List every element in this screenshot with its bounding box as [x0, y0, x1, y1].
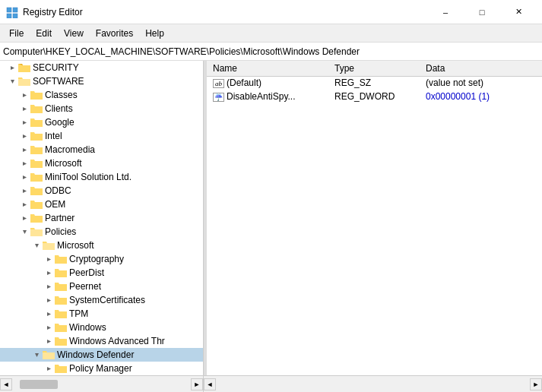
tree-item-peerdist[interactable]: PeerDist	[0, 266, 203, 280]
tree-item-cryptography[interactable]: Cryptography	[0, 252, 203, 266]
left-scroll-thumb[interactable]	[20, 380, 58, 389]
svg-marker-7	[23, 107, 27, 111]
svg-marker-13	[23, 189, 27, 193]
menu-help[interactable]: Help	[139, 27, 170, 40]
window-title: Registry Editor	[23, 7, 83, 17]
menu-favorites[interactable]: Favorites	[90, 27, 139, 40]
expander-policies[interactable]	[18, 226, 30, 238]
folder-icon-classes	[30, 90, 43, 100]
expander-winadv[interactable]	[43, 335, 55, 347]
table-row[interactable]: ab(Default) REG_SZ (value not set)	[207, 76, 542, 90]
svg-rect-3	[13, 14, 17, 18]
tree-item-policies[interactable]: Policies	[0, 225, 203, 239]
folder-icon-software	[18, 76, 30, 87]
tree-item-clients[interactable]: Clients	[0, 102, 203, 115]
tree-item-macromedia[interactable]: Macromedia	[0, 143, 203, 156]
tree-item-microsoft-sw[interactable]: Microsoft	[0, 156, 203, 170]
right-hscroll[interactable]: ◄ ►	[204, 376, 542, 392]
tree-label-peernet: Peernet	[69, 281, 101, 292]
right-scroll-track[interactable]	[216, 378, 530, 390]
minimize-button[interactable]: –	[428, 5, 463, 20]
expander-clients[interactable]	[18, 103, 30, 115]
tree-item-software[interactable]: SOFTWARE	[0, 74, 203, 88]
expander-classes[interactable]	[18, 89, 30, 101]
tree-label-classes: Classes	[45, 90, 78, 100]
expander-security[interactable]	[6, 62, 18, 74]
row1-data: (value not set)	[420, 76, 542, 90]
tree-item-windefender[interactable]: Windows Defender	[0, 348, 203, 362]
menu-edit[interactable]: Edit	[30, 27, 58, 40]
tree-item-odbc[interactable]: ODBC	[0, 184, 203, 198]
expander-microsoft-sw[interactable]	[18, 157, 30, 169]
expander-windows[interactable]	[43, 321, 55, 334]
tree-label-clients: Clients	[45, 103, 73, 114]
tree-item-classes[interactable]: Classes	[0, 88, 203, 102]
folder-icon-windows	[55, 322, 67, 333]
tree-item-google[interactable]: Google	[0, 115, 203, 129]
scroll-left-arrow[interactable]: ◄	[0, 378, 12, 390]
tree-item-security[interactable]: SECURITY	[0, 61, 203, 74]
col-type[interactable]: Type	[328, 61, 420, 76]
folder-icon-peerdist	[55, 267, 67, 278]
tree-item-partner[interactable]: Partner	[0, 211, 203, 225]
left-scroll-track[interactable]	[12, 378, 191, 390]
expander-google[interactable]	[18, 116, 30, 128]
expander-policy-manager[interactable]	[43, 362, 55, 375]
tree-label-software: SOFTWARE	[33, 76, 84, 87]
window-controls: – □ ✕	[428, 5, 536, 20]
expander-peerdist[interactable]	[43, 267, 55, 279]
expander-minitool[interactable]	[18, 171, 30, 183]
expander-macromedia[interactable]	[18, 144, 30, 156]
expander-odbc[interactable]	[18, 185, 30, 197]
expander-tpm[interactable]	[43, 308, 55, 320]
ab-icon: ab	[213, 79, 224, 88]
tree-item-microsoft-policies[interactable]: Microsoft	[0, 239, 203, 252]
folder-icon-clients	[30, 103, 43, 114]
folder-icon-winadv	[55, 336, 67, 346]
tree-item-peernet[interactable]: Peernet	[0, 280, 203, 293]
folder-icon-google	[30, 117, 43, 128]
maximize-button[interactable]: □	[464, 5, 499, 20]
expander-peernet[interactable]	[43, 280, 55, 292]
tree-scroll[interactable]: SECURITY SOFTWARE	[0, 61, 203, 375]
folder-icon-policies	[30, 226, 43, 237]
scroll-right-arrow[interactable]: ►	[191, 378, 203, 390]
tree-item-policy-manager[interactable]: Policy Manager	[0, 362, 203, 375]
expander-software[interactable]	[6, 75, 18, 87]
left-hscroll[interactable]: ◄ ►	[0, 376, 204, 392]
tree-item-systemcerts[interactable]: SystemCertificates	[0, 293, 203, 307]
tree-item-tpm[interactable]: TPM	[0, 307, 203, 321]
row1-name: ab(Default)	[207, 76, 328, 90]
tree-item-minitool[interactable]: MiniTool Solution Ltd.	[0, 170, 203, 184]
expander-windefender[interactable]	[30, 349, 43, 361]
folder-icon-microsoft-policies	[43, 240, 55, 251]
col-data[interactable]: Data	[420, 61, 542, 76]
tree-item-winadv[interactable]: Windows Advanced Thr	[0, 334, 203, 348]
row2-name: ☔DisableAntiSpy...	[207, 90, 328, 103]
tree-label-tpm: TPM	[69, 308, 88, 319]
menu-file[interactable]: File	[3, 27, 30, 40]
expander-partner[interactable]	[18, 212, 30, 224]
table-row[interactable]: ☔DisableAntiSpy... REG_DWORD 0x00000001 …	[207, 90, 542, 103]
expander-intel[interactable]	[18, 130, 30, 142]
svg-marker-15	[23, 217, 27, 220]
tree-item-oem[interactable]: OEM	[0, 198, 203, 211]
close-button[interactable]: ✕	[501, 5, 536, 20]
main-content: SECURITY SOFTWARE	[0, 61, 542, 375]
col-name[interactable]: Name	[207, 61, 328, 76]
tree-item-windows[interactable]: Windows	[0, 321, 203, 334]
folder-icon-partner	[30, 213, 43, 223]
scroll-right-right-arrow[interactable]: ►	[530, 378, 542, 390]
svg-marker-14	[23, 203, 27, 207]
expander-oem[interactable]	[18, 198, 30, 210]
expander-microsoft-policies[interactable]	[30, 239, 43, 251]
bottom-area: ◄ ► ◄ ►	[0, 375, 542, 392]
svg-marker-25	[35, 353, 39, 357]
svg-marker-22	[47, 312, 51, 316]
scroll-right-left-arrow[interactable]: ◄	[204, 378, 216, 390]
menu-view[interactable]: View	[58, 27, 90, 40]
expander-cryptography[interactable]	[43, 253, 55, 265]
svg-marker-19	[47, 271, 51, 275]
expander-systemcerts[interactable]	[43, 294, 55, 306]
tree-item-intel[interactable]: Intel	[0, 129, 203, 143]
